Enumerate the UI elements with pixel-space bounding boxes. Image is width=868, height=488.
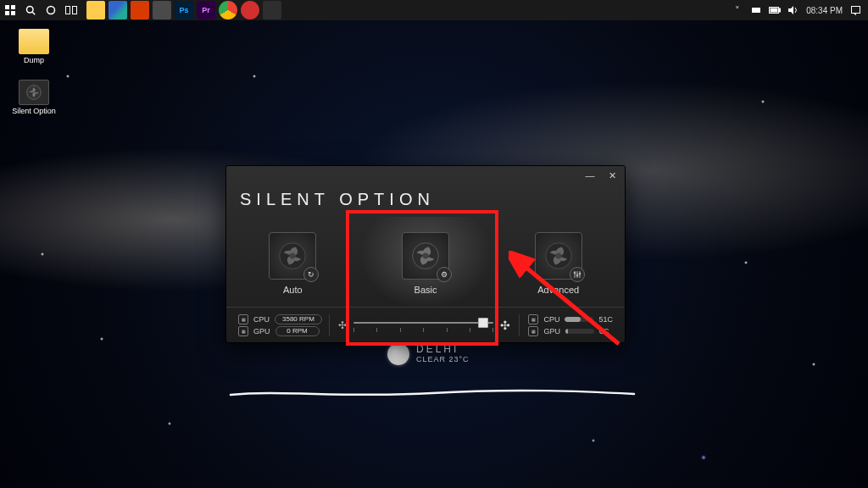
weather-widget[interactable]: DELHI CLEAR 23°C — [387, 343, 470, 365]
svg-rect-0 — [5, 5, 9, 9]
svg-marker-13 — [788, 6, 793, 14]
tray-clock[interactable]: 08:34 PM — [806, 6, 843, 15]
tray-battery-icon[interactable] — [769, 4, 781, 16]
annotation-highlight-box — [346, 210, 498, 346]
gpu-chip-icon: ▦ — [238, 326, 248, 336]
left-stats: ▦ CPU 3580 RPM ▦ GPU 0 RPM — [226, 314, 330, 336]
taskbar-app-chrome[interactable] — [219, 1, 237, 19]
cpu-temp-bar — [565, 317, 593, 322]
svg-line-5 — [32, 12, 35, 14]
svg-rect-14 — [851, 6, 860, 13]
tray-volume-icon[interactable] — [787, 4, 799, 16]
cpu-label: CPU — [543, 315, 559, 324]
cpu-label: CPU — [253, 315, 270, 324]
gpu-chip-icon: ▦ — [528, 326, 538, 336]
close-button[interactable]: ✕ — [604, 168, 620, 183]
svg-rect-11 — [779, 8, 781, 12]
mode-label: Advanced — [537, 285, 579, 295]
app-icon — [19, 80, 49, 105]
right-stats: ▦ CPU 51C ▦ GPU 0C — [519, 314, 625, 336]
search-button[interactable] — [20, 0, 41, 20]
auto-badge-icon: ↻ — [303, 267, 319, 282]
svg-point-26 — [576, 274, 578, 276]
fan-icon: ↻ — [269, 232, 316, 280]
gpu-temp-bar — [565, 329, 594, 334]
svg-rect-12 — [771, 8, 777, 12]
svg-rect-7 — [66, 7, 70, 14]
taskbar-app-recorder[interactable] — [241, 1, 259, 19]
taskbar-app-terminal[interactable] — [263, 1, 281, 19]
annotation-underline — [229, 388, 636, 400]
gpu-temp-value: 0C — [599, 327, 609, 336]
desktop-icon-silent-option[interactable]: Silent Option — [10, 80, 58, 115]
taskbar-app-edge[interactable] — [108, 1, 127, 19]
cpu-temp-value: 51C — [598, 315, 613, 324]
desktop-icon-label: Dump — [10, 56, 58, 64]
taskbar-tray: ˅ 08:34 PM — [732, 0, 868, 20]
cpu-rpm-pill: 3580 RPM — [275, 314, 322, 324]
weather-moon-icon — [387, 343, 409, 365]
weather-city: DELHI — [416, 344, 470, 355]
taskbar: Ps Pr ˅ 08:34 PM — [0, 0, 868, 20]
tray-chevron-icon[interactable]: ˅ — [732, 4, 743, 16]
tray-notifications-icon[interactable] — [849, 4, 861, 16]
weather-text: DELHI CLEAR 23°C — [416, 344, 470, 363]
weather-condition: CLEAR 23°C — [416, 356, 470, 364]
svg-rect-8 — [73, 7, 77, 14]
cpu-chip-icon: ▦ — [238, 314, 248, 324]
svg-point-27 — [579, 273, 581, 274]
fan-fast-icon: ✣ — [500, 319, 510, 332]
mode-advanced[interactable]: Advanced — [492, 217, 625, 310]
taskbar-app-calc[interactable] — [153, 1, 171, 19]
taskbar-app-explorer[interactable] — [86, 1, 105, 19]
taskbar-left: Ps Pr — [0, 0, 283, 20]
taskbar-app-office[interactable] — [131, 1, 149, 19]
svg-point-17 — [290, 253, 296, 259]
sliders-badge-icon — [570, 267, 585, 282]
taskbar-app-premiere[interactable]: Pr — [197, 1, 215, 19]
gpu-label: GPU — [543, 327, 560, 336]
svg-rect-9 — [752, 8, 760, 13]
minimize-button[interactable]: ― — [582, 168, 598, 183]
fan-icon — [535, 232, 582, 280]
svg-rect-1 — [11, 5, 15, 9]
gpu-rpm-pill: 0 RPM — [275, 326, 320, 336]
svg-point-21 — [555, 253, 561, 259]
mode-auto[interactable]: ↻ Auto — [226, 217, 359, 310]
svg-point-4 — [27, 7, 34, 14]
app-title: SILENT OPTION — [240, 190, 435, 209]
task-view-button[interactable] — [61, 0, 81, 20]
taskbar-apps: Ps Pr — [85, 0, 283, 20]
svg-point-6 — [47, 7, 55, 14]
start-button[interactable] — [0, 0, 20, 20]
taskbar-app-photoshop[interactable]: Ps — [175, 1, 193, 19]
window-titlebar[interactable]: ― ✕ — [226, 166, 625, 185]
gpu-label: GPU — [253, 327, 270, 336]
desktop-icon-label: Silent Option — [10, 107, 58, 115]
svg-rect-2 — [5, 11, 9, 15]
mode-label: Auto — [283, 285, 303, 295]
cortana-button[interactable] — [41, 0, 61, 20]
tray-network-icon[interactable] — [750, 4, 762, 16]
cpu-chip-icon: ▦ — [528, 314, 538, 324]
desktop-icon-dump[interactable]: Dump — [10, 29, 58, 64]
svg-point-25 — [574, 272, 576, 274]
svg-rect-3 — [11, 11, 15, 15]
folder-icon — [19, 29, 49, 54]
